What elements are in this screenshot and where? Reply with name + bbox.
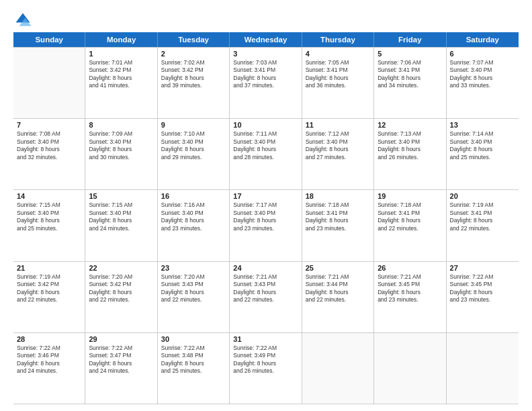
cell-info-line: and 41 minutes. bbox=[89, 82, 153, 89]
cell-info-line: Sunset: 3:42 PM bbox=[89, 66, 153, 74]
day-number: 15 bbox=[89, 192, 153, 200]
day-number: 29 bbox=[89, 335, 153, 343]
calendar-day: 16Sunrise: 7:16 AMSunset: 3:40 PMDayligh… bbox=[158, 190, 230, 261]
cell-info-line: Daylight: 8 hours bbox=[233, 360, 298, 367]
day-number: 13 bbox=[450, 121, 515, 129]
cell-info-line: and 24 minutes. bbox=[89, 225, 153, 232]
cell-info-line: Sunset: 3:40 PM bbox=[161, 138, 226, 146]
day-number: 6 bbox=[450, 50, 515, 58]
calendar-row: 28Sunrise: 7:22 AMSunset: 3:46 PMDayligh… bbox=[13, 333, 519, 404]
day-number: 22 bbox=[89, 264, 153, 272]
day-number: 20 bbox=[450, 192, 515, 200]
calendar-day: 11Sunrise: 7:12 AMSunset: 3:40 PMDayligh… bbox=[302, 119, 374, 189]
cell-info-line: Daylight: 8 hours bbox=[306, 75, 370, 82]
cell-info-line: Sunrise: 7:12 AM bbox=[306, 130, 370, 138]
cell-info-line: Sunset: 3:40 PM bbox=[450, 66, 515, 74]
cell-info-line: Sunrise: 7:07 AM bbox=[450, 59, 515, 66]
weekday-header: Wednesday bbox=[230, 32, 302, 47]
cell-info-line: Daylight: 8 hours bbox=[161, 217, 226, 224]
cell-info-line: Sunset: 3:41 PM bbox=[306, 66, 370, 74]
calendar-day: 6Sunrise: 7:07 AMSunset: 3:40 PMDaylight… bbox=[447, 48, 519, 118]
cell-info-line: Daylight: 8 hours bbox=[89, 75, 153, 82]
cell-info-line: Sunset: 3:45 PM bbox=[450, 281, 515, 288]
calendar-day: 23Sunrise: 7:20 AMSunset: 3:43 PMDayligh… bbox=[158, 262, 230, 332]
cell-info-line: Daylight: 8 hours bbox=[233, 146, 298, 153]
day-number: 8 bbox=[89, 121, 153, 129]
calendar-row: 21Sunrise: 7:19 AMSunset: 3:42 PMDayligh… bbox=[13, 262, 519, 333]
calendar-day: 12Sunrise: 7:13 AMSunset: 3:40 PMDayligh… bbox=[374, 119, 446, 189]
cell-info-line: and 24 minutes. bbox=[89, 367, 153, 375]
cell-info-line: Sunrise: 7:01 AM bbox=[89, 59, 153, 66]
cell-info-line: Daylight: 8 hours bbox=[378, 146, 442, 153]
calendar-day: 21Sunrise: 7:19 AMSunset: 3:42 PMDayligh… bbox=[13, 262, 85, 332]
calendar-day: 9Sunrise: 7:10 AMSunset: 3:40 PMDaylight… bbox=[158, 119, 230, 189]
cell-info-line: and 28 minutes. bbox=[233, 154, 298, 161]
cell-info-line: Sunrise: 7:14 AM bbox=[450, 130, 515, 138]
cell-info-line: and 39 minutes. bbox=[161, 82, 226, 89]
cell-info-line: Sunrise: 7:20 AM bbox=[89, 273, 153, 281]
calendar-day: 28Sunrise: 7:22 AMSunset: 3:46 PMDayligh… bbox=[13, 333, 85, 404]
cell-info-line: Sunrise: 7:19 AM bbox=[450, 201, 515, 209]
cell-info-line: Sunrise: 7:21 AM bbox=[378, 273, 442, 281]
cell-info-line: Daylight: 8 hours bbox=[17, 217, 81, 224]
cell-info-line: and 26 minutes. bbox=[378, 154, 442, 161]
cell-info-line: Daylight: 8 hours bbox=[450, 289, 515, 296]
cell-info-line: Daylight: 8 hours bbox=[233, 289, 298, 296]
cell-info-line: Sunset: 3:40 PM bbox=[306, 138, 370, 146]
day-number: 17 bbox=[233, 192, 298, 200]
cell-info-line: Daylight: 8 hours bbox=[450, 75, 515, 82]
cell-info-line: Daylight: 8 hours bbox=[233, 75, 298, 82]
calendar-day: 8Sunrise: 7:09 AMSunset: 3:40 PMDaylight… bbox=[85, 119, 157, 189]
cell-info-line: and 25 minutes. bbox=[17, 225, 81, 232]
cell-info-line: Sunrise: 7:16 AM bbox=[161, 201, 226, 209]
cell-info-line: and 22 minutes. bbox=[450, 225, 515, 232]
cell-info-line: Sunset: 3:40 PM bbox=[89, 138, 153, 146]
cell-info-line: and 24 minutes. bbox=[17, 367, 81, 375]
cell-info-line: and 23 minutes. bbox=[378, 296, 442, 304]
cell-info-line: Daylight: 8 hours bbox=[17, 289, 81, 296]
calendar-row: 7Sunrise: 7:08 AMSunset: 3:40 PMDaylight… bbox=[13, 119, 519, 190]
calendar-day: 30Sunrise: 7:22 AMSunset: 3:48 PMDayligh… bbox=[158, 333, 230, 404]
day-number: 12 bbox=[378, 121, 442, 129]
day-number: 3 bbox=[233, 50, 298, 58]
cell-info-line: Sunset: 3:45 PM bbox=[378, 281, 442, 288]
cell-info-line: Sunset: 3:43 PM bbox=[161, 281, 226, 288]
cell-info-line: Daylight: 8 hours bbox=[450, 217, 515, 224]
cell-info-line: Sunset: 3:44 PM bbox=[306, 281, 370, 288]
weekday-header: Tuesday bbox=[158, 32, 230, 47]
cell-info-line: Sunrise: 7:22 AM bbox=[233, 345, 298, 352]
page: SundayMondayTuesdayWednesdayThursdayFrid… bbox=[0, 0, 532, 411]
cell-info-line: Sunrise: 7:20 AM bbox=[161, 273, 226, 281]
day-number: 18 bbox=[306, 192, 370, 200]
cell-info-line: and 22 minutes. bbox=[89, 296, 153, 304]
calendar-day: 13Sunrise: 7:14 AMSunset: 3:40 PMDayligh… bbox=[447, 119, 519, 189]
cell-info-line: Sunset: 3:40 PM bbox=[17, 138, 81, 146]
day-number: 25 bbox=[306, 264, 370, 272]
cell-info-line: Sunrise: 7:22 AM bbox=[161, 345, 226, 352]
calendar-day: 5Sunrise: 7:06 AMSunset: 3:41 PMDaylight… bbox=[374, 48, 446, 118]
cell-info-line: Sunset: 3:40 PM bbox=[378, 138, 442, 146]
cell-info-line: Sunrise: 7:21 AM bbox=[306, 273, 370, 281]
cell-info-line: and 22 minutes. bbox=[161, 296, 226, 304]
cell-info-line: Daylight: 8 hours bbox=[306, 146, 370, 153]
cell-info-line: and 30 minutes. bbox=[89, 154, 153, 161]
calendar-day: 17Sunrise: 7:17 AMSunset: 3:40 PMDayligh… bbox=[230, 190, 302, 261]
cell-info-line: Daylight: 8 hours bbox=[450, 146, 515, 153]
cell-info-line: Sunrise: 7:06 AM bbox=[378, 59, 442, 66]
calendar-row: 14Sunrise: 7:15 AMSunset: 3:40 PMDayligh… bbox=[13, 190, 519, 261]
cell-info-line: Daylight: 8 hours bbox=[89, 217, 153, 224]
day-number: 1 bbox=[89, 50, 153, 58]
cell-info-line: and 37 minutes. bbox=[233, 82, 298, 89]
calendar-day: 15Sunrise: 7:15 AMSunset: 3:40 PMDayligh… bbox=[85, 190, 157, 261]
day-number: 21 bbox=[17, 264, 81, 272]
cell-info-line: and 25 minutes. bbox=[450, 154, 515, 161]
cell-info-line: Daylight: 8 hours bbox=[161, 289, 226, 296]
empty-cell bbox=[13, 48, 85, 118]
calendar-day: 4Sunrise: 7:05 AMSunset: 3:41 PMDaylight… bbox=[302, 48, 374, 118]
cell-info-line: Sunset: 3:42 PM bbox=[161, 66, 226, 74]
cell-info-line: Sunset: 3:42 PM bbox=[17, 281, 81, 288]
cell-info-line: and 22 minutes. bbox=[378, 225, 442, 232]
cell-info-line: Sunset: 3:46 PM bbox=[17, 352, 81, 359]
cell-info-line: Sunset: 3:41 PM bbox=[233, 66, 298, 74]
day-number: 24 bbox=[233, 264, 298, 272]
